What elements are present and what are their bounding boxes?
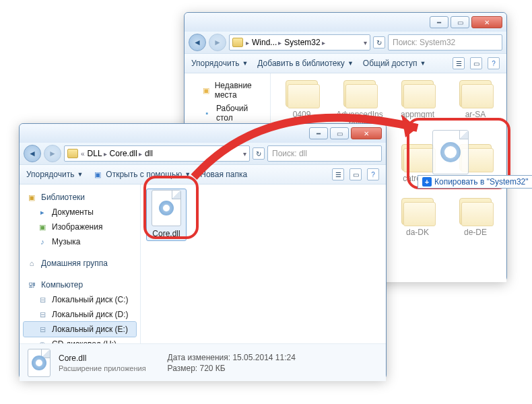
folder-item[interactable]: ar-SA (451, 80, 500, 129)
sidebar-drive-c[interactable]: ⊟Локальный диск (C:) (24, 292, 136, 307)
gear-icon (440, 142, 461, 162)
titlebar[interactable]: ━ ▭ ✕ (185, 13, 506, 32)
folder-label: 0409 (293, 110, 311, 119)
gear-icon (159, 201, 174, 215)
breadcrumb-segment[interactable]: System32 (284, 38, 320, 47)
status-modified-value: 15.05.2014 11:24 (232, 353, 295, 362)
sidebar-recent[interactable]: ▣Недавние места (189, 79, 266, 102)
file-label: Core.dll (152, 229, 180, 238)
folder-label: da-DK (406, 228, 429, 237)
organize-menu[interactable]: Упорядочить▼ (26, 170, 83, 179)
folder-icon (401, 80, 434, 107)
folder-icon (459, 80, 492, 107)
sidebar-documents[interactable]: ▸Документы (24, 205, 136, 220)
toolbar: Упорядочить▼ Добавить в библиотеку▼ Общи… (185, 53, 506, 73)
search-input[interactable]: Поиск: dll (267, 145, 382, 162)
share-menu[interactable]: Общий доступ▼ (363, 59, 426, 68)
folder-icon (343, 80, 376, 107)
toolbar: Упорядочить▼ ▣Открыть с помощью▼ Новая п… (20, 164, 386, 184)
folder-item[interactable]: de-DE (451, 198, 500, 237)
preview-pane-button[interactable]: ▭ (470, 57, 482, 69)
forward-button[interactable]: ► (209, 34, 226, 51)
chevron-down-icon[interactable]: ▾ (364, 39, 367, 46)
folder-item[interactable]: 0409 (277, 80, 326, 129)
plus-icon: + (422, 177, 432, 187)
back-button[interactable]: ◄ (189, 34, 206, 51)
view-mode-button[interactable]: ☰ (332, 168, 344, 180)
status-modified-label: Дата изменения: (168, 353, 231, 362)
maximize-button[interactable]: ▭ (451, 16, 469, 28)
minimize-button[interactable]: ━ (430, 16, 448, 28)
dll-file-icon (28, 349, 51, 377)
chevron-down-icon[interactable]: ▾ (243, 150, 246, 158)
folder-label: de-DE (464, 228, 487, 237)
folder-icon (232, 38, 243, 47)
forward-button[interactable]: ► (44, 145, 61, 162)
dll-file-icon (432, 130, 469, 174)
help-button[interactable]: ? (488, 57, 500, 69)
folder-icon (401, 144, 434, 171)
open-with-menu[interactable]: ▣Открыть с помощью▼ (92, 169, 191, 180)
folder-item[interactable]: AdvancedInstallers (335, 80, 384, 129)
sidebar-drive-e[interactable]: ⊟Локальный диск (E:) (24, 322, 136, 337)
search-input[interactable]: Поиск: System32 (388, 34, 502, 50)
back-button[interactable]: ◄ (24, 145, 41, 162)
close-button[interactable]: ✕ (351, 127, 382, 139)
titlebar[interactable]: ━ ▭ ✕ (20, 124, 386, 143)
breadcrumb-segment[interactable]: Core.dll (110, 149, 137, 158)
address-bar[interactable]: ▸ Wind... ▸ System32 ▸ ▾ (229, 34, 370, 50)
status-filename: Core.dll (59, 354, 146, 363)
folder-icon (459, 198, 492, 225)
new-folder-button[interactable]: Новая папка (200, 170, 247, 179)
sidebar-drive-d[interactable]: ⊟Локальный диск (D:) (24, 307, 136, 322)
status-size-value: 720 КБ (200, 364, 226, 373)
folder-icon (286, 80, 318, 107)
status-bar: Core.dll Расширение приложения Дата изме… (20, 343, 386, 381)
help-button[interactable]: ? (367, 168, 379, 180)
status-filetype: Расширение приложения (59, 364, 146, 372)
search-placeholder: Поиск: dll (272, 149, 307, 158)
folder-item[interactable]: da-DK (393, 198, 442, 237)
folder-label: appmgmt (401, 110, 434, 119)
nav-row: ◄ ► « DLL ▸ Core.dll ▸ dll ▾ ↻ Поиск: dl… (20, 143, 386, 164)
sidebar: ▣Библиотеки ▸Документы ▣Изображения ♪Муз… (20, 184, 141, 343)
status-size-label: Размер: (168, 364, 198, 373)
folder-icon (401, 198, 434, 225)
sidebar-computer[interactable]: 🖳Компьютер (24, 277, 136, 292)
refresh-button[interactable]: ↻ (253, 147, 265, 160)
folder-item[interactable]: appmgmt (393, 80, 442, 129)
drag-ghost-file (432, 130, 473, 177)
address-bar[interactable]: « DLL ▸ Core.dll ▸ dll ▾ (64, 145, 250, 162)
drag-copy-tooltip: + Копировать в "System32" (418, 175, 532, 189)
sidebar-images[interactable]: ▣Изображения (24, 220, 136, 234)
view-mode-button[interactable]: ☰ (453, 57, 465, 69)
folder-label: ar-SA (465, 110, 486, 119)
sidebar-cd-drive-h[interactable]: ◉CD-дисковод (H:) (24, 337, 136, 343)
sidebar-homegroup[interactable]: ⌂Домашняя группа (24, 256, 136, 271)
organize-menu[interactable]: Упорядочить▼ (191, 59, 248, 68)
folder-content[interactable]: Core.dll (141, 184, 386, 343)
sidebar-libraries[interactable]: ▣Библиотеки (24, 190, 136, 205)
breadcrumb-segment[interactable]: dll (145, 149, 153, 158)
dll-file-icon (152, 190, 181, 226)
sidebar-desktop[interactable]: ▪Рабочий стол (189, 102, 266, 125)
add-to-library-menu[interactable]: Добавить в библиотеку▼ (257, 59, 353, 68)
refresh-button[interactable]: ↻ (373, 36, 385, 48)
window-body: ▣Библиотеки ▸Документы ▣Изображения ♪Муз… (20, 184, 386, 343)
breadcrumb-segment[interactable]: Wind... (252, 38, 277, 47)
sidebar-music[interactable]: ♪Музыка (24, 234, 136, 249)
folder-icon (67, 149, 78, 158)
minimize-button[interactable]: ━ (309, 127, 328, 139)
breadcrumb-segment[interactable]: DLL (88, 149, 102, 158)
preview-pane-button[interactable]: ▭ (350, 168, 362, 180)
gear-icon (32, 356, 46, 370)
nav-row: ◄ ► ▸ Wind... ▸ System32 ▸ ▾ ↻ Поиск: Sy… (185, 32, 506, 53)
search-placeholder: Поиск: System32 (393, 38, 455, 47)
close-button[interactable]: ✕ (471, 16, 502, 28)
file-item-core-dll[interactable]: Core.dll (149, 190, 184, 238)
maximize-button[interactable]: ▭ (330, 127, 349, 139)
explorer-window-dll[interactable]: ━ ▭ ✕ ◄ ► « DLL ▸ Core.dll ▸ dll ▾ ↻ Пои… (19, 123, 387, 379)
